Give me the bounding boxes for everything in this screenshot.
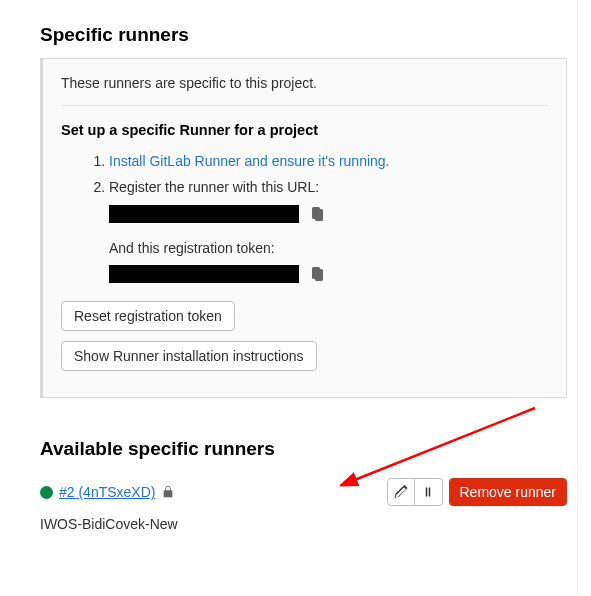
edit-runner-button[interactable] bbox=[387, 478, 415, 506]
token-label: And this registration token: bbox=[109, 237, 548, 259]
lock-icon bbox=[161, 485, 175, 499]
runner-description: IWOS-BidiCovek-New bbox=[40, 516, 567, 532]
copy-icon[interactable] bbox=[309, 266, 325, 282]
url-redacted bbox=[109, 205, 299, 223]
runner-row: #2 (4nTSxeXD) Remove runner bbox=[40, 478, 567, 506]
right-column-sliver bbox=[577, 0, 591, 596]
status-online-icon bbox=[40, 486, 53, 499]
install-runner-link[interactable]: Install GitLab Runner and ensure it's ru… bbox=[109, 153, 390, 169]
pause-icon bbox=[422, 486, 434, 498]
panel-description: These runners are specific to this proje… bbox=[61, 75, 548, 91]
pencil-icon bbox=[394, 485, 408, 499]
step-2: Register the runner with this URL: And t… bbox=[109, 176, 548, 283]
setup-steps-list: Install GitLab Runner and ensure it's ru… bbox=[61, 150, 548, 283]
token-redacted bbox=[109, 265, 299, 283]
specific-runners-heading: Specific runners bbox=[40, 24, 567, 46]
runner-id-link[interactable]: #2 (4nTSxeXD) bbox=[59, 484, 155, 500]
step-2-text: Register the runner with this URL: bbox=[109, 179, 319, 195]
reset-token-button[interactable]: Reset registration token bbox=[61, 301, 235, 331]
setup-title: Set up a specific Runner for a project bbox=[61, 122, 548, 138]
divider bbox=[61, 105, 548, 106]
pause-runner-button[interactable] bbox=[415, 478, 443, 506]
copy-icon[interactable] bbox=[309, 206, 325, 222]
remove-runner-button[interactable]: Remove runner bbox=[449, 478, 568, 506]
show-install-instructions-button[interactable]: Show Runner installation instructions bbox=[61, 341, 317, 371]
setup-panel: These runners are specific to this proje… bbox=[40, 58, 567, 398]
available-runners-heading: Available specific runners bbox=[40, 438, 567, 460]
step-1: Install GitLab Runner and ensure it's ru… bbox=[109, 150, 548, 172]
